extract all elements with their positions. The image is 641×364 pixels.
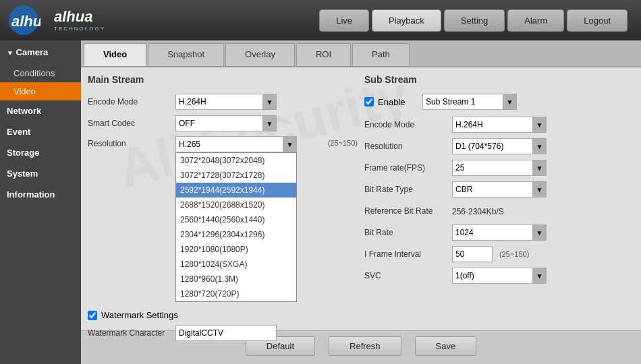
resolution-option-5[interactable]: 2304*1296(2304x1296) <box>176 227 296 242</box>
sub-iframe-label: I Frame Interval <box>364 249 452 259</box>
logo-icon: alhua <box>7 3 40 37</box>
tab-bar: Video Snapshot Overlay ROI Path <box>81 40 641 67</box>
sidebar-event[interactable]: Event <box>0 121 81 142</box>
sidebar-information[interactable]: Information <box>0 184 81 205</box>
sub-resolution-value: D1 (704*576) <box>453 142 532 151</box>
sub-svc-arrow: ▼ <box>532 268 546 283</box>
sub-frame-rate-value: 25 <box>453 163 532 173</box>
sub-resolution-control: D1 (704*576) ▼ <box>452 138 634 154</box>
resolution-option-2[interactable]: 2592*1944(2592x1944) <box>176 183 296 198</box>
sub-bit-rate-select[interactable]: 1024 ▼ <box>452 224 547 241</box>
nav-logout[interactable]: Logout <box>567 9 628 32</box>
resolution-option-9[interactable]: 1280*720(720P) <box>176 286 296 301</box>
resolution-row: Resolution H.265 ▼ 3072*2048(3072x2048) … <box>88 136 358 154</box>
sub-frame-rate-label: Frame rate(FPS) <box>364 163 452 173</box>
sub-ref-bit-rate-value: 256-2304Kb/S <box>452 206 634 216</box>
i-frame-note: (25~150) <box>328 139 358 147</box>
sub-iframe-input[interactable] <box>452 246 493 262</box>
enable-row: Enable Sub Stream 1 ▼ <box>364 93 634 111</box>
resolution-value: H.265 <box>176 140 283 149</box>
encode-mode-control: H.264H ▼ <box>175 94 358 110</box>
sub-frame-rate-arrow: ▼ <box>532 160 546 175</box>
logo-brand: alhua <box>54 9 105 25</box>
sub-bit-rate-type-row: Bit Rate Type CBR ▼ <box>364 181 634 198</box>
sub-bit-rate-control: 1024 ▼ <box>452 224 634 241</box>
sub-stream-enable-checkbox[interactable] <box>364 97 374 107</box>
watermark-checkbox[interactable] <box>88 311 97 320</box>
sub-resolution-row: Resolution D1 (704*576) ▼ <box>364 138 634 155</box>
sub-encode-mode-arrow: ▼ <box>532 117 546 132</box>
sub-bit-rate-type-select[interactable]: CBR ▼ <box>452 181 547 198</box>
sub-bit-rate-row: Bit Rate 1024 ▼ <box>364 224 634 241</box>
resolution-control: H.265 ▼ 3072*2048(3072x2048) 3072*1728(3… <box>175 136 325 152</box>
sub-encode-mode-select[interactable]: H.264H ▼ <box>452 117 547 133</box>
resolution-option-4[interactable]: 2560*1440(2560x1440) <box>176 212 296 227</box>
resolution-select[interactable]: H.265 ▼ <box>175 136 297 152</box>
resolution-option-8[interactable]: 1280*960(1.3M) <box>176 272 296 286</box>
svg-text:alhua: alhua <box>11 13 40 30</box>
encode-mode-select[interactable]: H.264H ▼ <box>175 94 277 110</box>
watermark-char-input[interactable] <box>175 325 277 341</box>
sub-resolution-label: Resolution <box>364 142 452 151</box>
resolution-option-0[interactable]: 3072*2048(3072x2048) <box>176 153 296 168</box>
sub-ref-bit-rate-text: 256-2304Kb/S <box>452 207 504 216</box>
nav-alarm[interactable]: Alarm <box>507 9 564 32</box>
sub-stream-select[interactable]: Sub Stream 1 ▼ <box>422 94 517 110</box>
nav-playback[interactable]: Playback <box>372 9 441 32</box>
sidebar-item-video[interactable]: Video <box>0 82 81 100</box>
resolution-option-6[interactable]: 1920*1080(1080P) <box>176 242 296 257</box>
watermark-char-control <box>175 325 358 341</box>
tab-snapshot[interactable]: Snapshot <box>148 43 224 66</box>
main-content: Video Snapshot Overlay ROI Path Ali Secu… <box>81 40 641 364</box>
sidebar-item-conditions[interactable]: Conditions <box>0 64 81 82</box>
sidebar-camera[interactable]: ▼ Camera <box>0 40 81 64</box>
logo-container: alhua <box>7 3 40 37</box>
sub-encode-mode-label: Encode Mode <box>364 120 452 129</box>
sub-iframe-note: (25~150) <box>499 250 529 258</box>
smart-codec-select[interactable]: OFF ▼ <box>175 115 277 131</box>
sub-frame-rate-select[interactable]: 25 ▼ <box>452 160 547 176</box>
sub-resolution-select[interactable]: D1 (704*576) ▼ <box>452 138 547 154</box>
columns: Main Stream Encode Mode H.264H ▼ Smart C… <box>88 74 634 346</box>
tab-video[interactable]: Video <box>84 43 146 66</box>
encode-mode-row: Encode Mode H.264H ▼ <box>88 93 358 111</box>
resolution-arrow: ▼ <box>283 137 296 152</box>
sub-encode-mode-row: Encode Mode H.264H ▼ <box>364 116 634 133</box>
sub-svc-value: 1(off) <box>453 271 532 280</box>
sub-encode-mode-value: H.264H <box>453 120 532 129</box>
watermark-char-row: Watermark Character <box>88 324 358 342</box>
sub-svc-label: SVC <box>364 271 452 280</box>
resolution-option-7[interactable]: 1280*1024(SXGA) <box>176 257 296 272</box>
tab-overlay[interactable]: Overlay <box>225 43 295 66</box>
sub-svc-control: 1(off) ▼ <box>452 268 634 284</box>
enable-label: Enable <box>378 97 418 107</box>
sub-ref-bit-rate-row: Reference Bit Rate 256-2304Kb/S <box>364 202 634 220</box>
smart-codec-value: OFF <box>176 119 262 128</box>
sidebar-storage[interactable]: Storage <box>0 142 81 163</box>
sidebar: ▼ Camera Conditions Video Network Event … <box>0 40 81 364</box>
resolution-option-3[interactable]: 2688*1520(2688x1520) <box>176 198 296 212</box>
nav-setting[interactable]: Setting <box>444 9 505 32</box>
sidebar-network[interactable]: Network <box>0 100 81 121</box>
logo-text-group: alhua TECHNOLOGY <box>54 9 105 31</box>
tab-roi[interactable]: ROI <box>296 43 351 66</box>
sub-svc-select[interactable]: 1(off) ▼ <box>452 268 547 284</box>
sub-bit-rate-value: 1024 <box>453 228 532 237</box>
smart-codec-row: Smart Codec OFF ▼ <box>88 115 358 132</box>
sub-svc-row: SVC 1(off) ▼ <box>364 267 634 284</box>
left-column: Main Stream Encode Mode H.264H ▼ Smart C… <box>88 74 358 346</box>
sidebar-system[interactable]: System <box>0 163 81 184</box>
main-stream-header: Main Stream <box>88 74 358 88</box>
right-column: Sub Stream Enable Sub Stream 1 ▼ Encode … <box>364 74 634 346</box>
header: alhua alhua TECHNOLOGY Live Playback Set… <box>0 0 641 40</box>
sub-bit-rate-type-value: CBR <box>453 185 532 194</box>
smart-codec-label: Smart Codec <box>88 119 175 128</box>
resolution-option-1[interactable]: 3072*1728(3072x1728) <box>176 168 296 183</box>
smart-codec-arrow: ▼ <box>262 116 276 131</box>
sub-frame-rate-row: Frame rate(FPS) 25 ▼ <box>364 159 634 177</box>
sub-bit-rate-type-label: Bit Rate Type <box>364 185 452 194</box>
encode-mode-arrow: ▼ <box>262 94 276 109</box>
sub-bit-rate-arrow: ▼ <box>532 225 546 240</box>
nav-live[interactable]: Live <box>319 9 369 32</box>
tab-path[interactable]: Path <box>352 43 410 66</box>
